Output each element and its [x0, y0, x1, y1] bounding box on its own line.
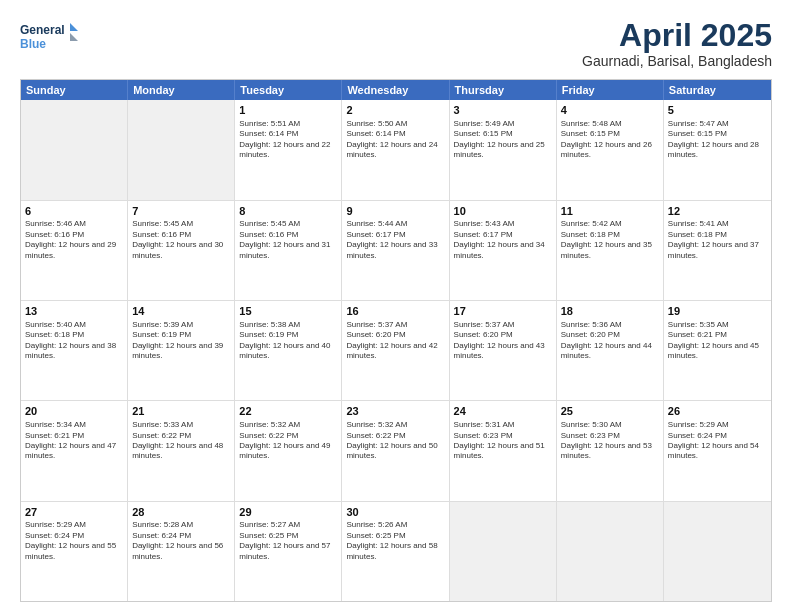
header-day: Friday — [557, 80, 664, 100]
calendar-cell — [21, 100, 128, 199]
day-number: 7 — [132, 204, 230, 219]
calendar-row: 1Sunrise: 5:51 AM Sunset: 6:14 PM Daylig… — [21, 100, 771, 199]
svg-text:General: General — [20, 23, 65, 37]
cell-info: Sunrise: 5:29 AM Sunset: 6:24 PM Dayligh… — [25, 520, 123, 562]
cell-info: Sunrise: 5:28 AM Sunset: 6:24 PM Dayligh… — [132, 520, 230, 562]
day-number: 29 — [239, 505, 337, 520]
day-number: 25 — [561, 404, 659, 419]
calendar-cell: 9Sunrise: 5:44 AM Sunset: 6:17 PM Daylig… — [342, 201, 449, 300]
calendar-cell: 3Sunrise: 5:49 AM Sunset: 6:15 PM Daylig… — [450, 100, 557, 199]
calendar-cell: 15Sunrise: 5:38 AM Sunset: 6:19 PM Dayli… — [235, 301, 342, 400]
cell-info: Sunrise: 5:39 AM Sunset: 6:19 PM Dayligh… — [132, 320, 230, 362]
cell-info: Sunrise: 5:51 AM Sunset: 6:14 PM Dayligh… — [239, 119, 337, 161]
day-number: 17 — [454, 304, 552, 319]
calendar-cell: 30Sunrise: 5:26 AM Sunset: 6:25 PM Dayli… — [342, 502, 449, 601]
calendar-cell: 12Sunrise: 5:41 AM Sunset: 6:18 PM Dayli… — [664, 201, 771, 300]
cell-info: Sunrise: 5:36 AM Sunset: 6:20 PM Dayligh… — [561, 320, 659, 362]
logo-graphic: General Blue — [20, 18, 80, 58]
calendar-cell — [128, 100, 235, 199]
cell-info: Sunrise: 5:48 AM Sunset: 6:15 PM Dayligh… — [561, 119, 659, 161]
cell-info: Sunrise: 5:44 AM Sunset: 6:17 PM Dayligh… — [346, 219, 444, 261]
cell-info: Sunrise: 5:41 AM Sunset: 6:18 PM Dayligh… — [668, 219, 767, 261]
calendar-cell: 1Sunrise: 5:51 AM Sunset: 6:14 PM Daylig… — [235, 100, 342, 199]
day-number: 28 — [132, 505, 230, 520]
calendar-cell: 20Sunrise: 5:34 AM Sunset: 6:21 PM Dayli… — [21, 401, 128, 500]
calendar-cell — [557, 502, 664, 601]
calendar: SundayMondayTuesdayWednesdayThursdayFrid… — [20, 79, 772, 602]
svg-marker-3 — [70, 33, 78, 41]
day-number: 8 — [239, 204, 337, 219]
day-number: 19 — [668, 304, 767, 319]
cell-info: Sunrise: 5:47 AM Sunset: 6:15 PM Dayligh… — [668, 119, 767, 161]
cell-info: Sunrise: 5:46 AM Sunset: 6:16 PM Dayligh… — [25, 219, 123, 261]
calendar-cell: 6Sunrise: 5:46 AM Sunset: 6:16 PM Daylig… — [21, 201, 128, 300]
cell-info: Sunrise: 5:40 AM Sunset: 6:18 PM Dayligh… — [25, 320, 123, 362]
day-number: 23 — [346, 404, 444, 419]
calendar-cell: 7Sunrise: 5:45 AM Sunset: 6:16 PM Daylig… — [128, 201, 235, 300]
calendar-row: 6Sunrise: 5:46 AM Sunset: 6:16 PM Daylig… — [21, 200, 771, 300]
day-number: 5 — [668, 103, 767, 118]
cell-info: Sunrise: 5:30 AM Sunset: 6:23 PM Dayligh… — [561, 420, 659, 462]
logo: General Blue — [20, 18, 80, 58]
day-number: 14 — [132, 304, 230, 319]
day-number: 3 — [454, 103, 552, 118]
calendar-cell: 2Sunrise: 5:50 AM Sunset: 6:14 PM Daylig… — [342, 100, 449, 199]
day-number: 11 — [561, 204, 659, 219]
title-block: April 2025 Gaurnadi, Barisal, Bangladesh — [582, 18, 772, 69]
cell-info: Sunrise: 5:34 AM Sunset: 6:21 PM Dayligh… — [25, 420, 123, 462]
header-day: Tuesday — [235, 80, 342, 100]
header-day: Sunday — [21, 80, 128, 100]
cell-info: Sunrise: 5:31 AM Sunset: 6:23 PM Dayligh… — [454, 420, 552, 462]
calendar-cell: 16Sunrise: 5:37 AM Sunset: 6:20 PM Dayli… — [342, 301, 449, 400]
cell-info: Sunrise: 5:37 AM Sunset: 6:20 PM Dayligh… — [346, 320, 444, 362]
calendar-cell: 19Sunrise: 5:35 AM Sunset: 6:21 PM Dayli… — [664, 301, 771, 400]
cell-info: Sunrise: 5:50 AM Sunset: 6:14 PM Dayligh… — [346, 119, 444, 161]
calendar-cell: 27Sunrise: 5:29 AM Sunset: 6:24 PM Dayli… — [21, 502, 128, 601]
day-number: 4 — [561, 103, 659, 118]
day-number: 9 — [346, 204, 444, 219]
calendar-cell: 4Sunrise: 5:48 AM Sunset: 6:15 PM Daylig… — [557, 100, 664, 199]
calendar-cell: 24Sunrise: 5:31 AM Sunset: 6:23 PM Dayli… — [450, 401, 557, 500]
cell-info: Sunrise: 5:26 AM Sunset: 6:25 PM Dayligh… — [346, 520, 444, 562]
calendar-cell: 18Sunrise: 5:36 AM Sunset: 6:20 PM Dayli… — [557, 301, 664, 400]
cell-info: Sunrise: 5:33 AM Sunset: 6:22 PM Dayligh… — [132, 420, 230, 462]
calendar-cell — [664, 502, 771, 601]
day-number: 22 — [239, 404, 337, 419]
cell-info: Sunrise: 5:29 AM Sunset: 6:24 PM Dayligh… — [668, 420, 767, 462]
header: General Blue April 2025 Gaurnadi, Barisa… — [20, 18, 772, 69]
cell-info: Sunrise: 5:37 AM Sunset: 6:20 PM Dayligh… — [454, 320, 552, 362]
cell-info: Sunrise: 5:49 AM Sunset: 6:15 PM Dayligh… — [454, 119, 552, 161]
calendar-cell: 22Sunrise: 5:32 AM Sunset: 6:22 PM Dayli… — [235, 401, 342, 500]
page: General Blue April 2025 Gaurnadi, Barisa… — [0, 0, 792, 612]
day-number: 16 — [346, 304, 444, 319]
calendar-cell: 14Sunrise: 5:39 AM Sunset: 6:19 PM Dayli… — [128, 301, 235, 400]
day-number: 26 — [668, 404, 767, 419]
day-number: 1 — [239, 103, 337, 118]
day-number: 6 — [25, 204, 123, 219]
day-number: 10 — [454, 204, 552, 219]
day-number: 18 — [561, 304, 659, 319]
calendar-row: 27Sunrise: 5:29 AM Sunset: 6:24 PM Dayli… — [21, 501, 771, 601]
day-number: 27 — [25, 505, 123, 520]
calendar-cell: 21Sunrise: 5:33 AM Sunset: 6:22 PM Dayli… — [128, 401, 235, 500]
day-number: 2 — [346, 103, 444, 118]
cell-info: Sunrise: 5:38 AM Sunset: 6:19 PM Dayligh… — [239, 320, 337, 362]
header-day: Thursday — [450, 80, 557, 100]
header-day: Monday — [128, 80, 235, 100]
calendar-header: SundayMondayTuesdayWednesdayThursdayFrid… — [21, 80, 771, 100]
cell-info: Sunrise: 5:42 AM Sunset: 6:18 PM Dayligh… — [561, 219, 659, 261]
calendar-row: 13Sunrise: 5:40 AM Sunset: 6:18 PM Dayli… — [21, 300, 771, 400]
calendar-cell: 26Sunrise: 5:29 AM Sunset: 6:24 PM Dayli… — [664, 401, 771, 500]
cell-info: Sunrise: 5:27 AM Sunset: 6:25 PM Dayligh… — [239, 520, 337, 562]
calendar-cell: 28Sunrise: 5:28 AM Sunset: 6:24 PM Dayli… — [128, 502, 235, 601]
calendar-row: 20Sunrise: 5:34 AM Sunset: 6:21 PM Dayli… — [21, 400, 771, 500]
cell-info: Sunrise: 5:45 AM Sunset: 6:16 PM Dayligh… — [132, 219, 230, 261]
cell-info: Sunrise: 5:45 AM Sunset: 6:16 PM Dayligh… — [239, 219, 337, 261]
cell-info: Sunrise: 5:32 AM Sunset: 6:22 PM Dayligh… — [239, 420, 337, 462]
calendar-cell: 5Sunrise: 5:47 AM Sunset: 6:15 PM Daylig… — [664, 100, 771, 199]
calendar-cell: 11Sunrise: 5:42 AM Sunset: 6:18 PM Dayli… — [557, 201, 664, 300]
svg-text:Blue: Blue — [20, 37, 46, 51]
svg-marker-2 — [70, 23, 78, 31]
main-title: April 2025 — [582, 18, 772, 53]
calendar-body: 1Sunrise: 5:51 AM Sunset: 6:14 PM Daylig… — [21, 100, 771, 601]
